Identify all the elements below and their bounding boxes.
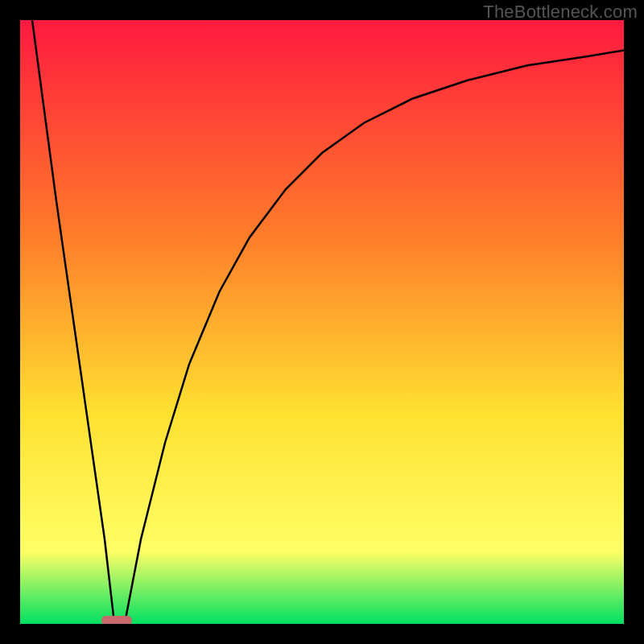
plot-area <box>20 20 624 624</box>
notch-marker <box>101 616 132 624</box>
gradient-background <box>20 20 624 624</box>
chart-frame: TheBottleneck.com <box>0 0 644 644</box>
chart-svg <box>20 20 624 624</box>
